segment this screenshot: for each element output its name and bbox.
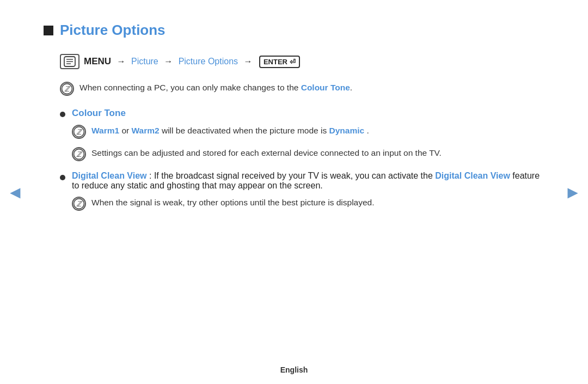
svg-text:ℤ: ℤ xyxy=(64,85,71,93)
note-icon-top: ℤ xyxy=(60,82,74,96)
svg-text:ℤ: ℤ xyxy=(76,200,83,208)
note-icon-settings: ℤ xyxy=(72,147,86,161)
bullet-row-digital-clean: Digital Clean View : If the broadcast si… xyxy=(60,171,544,191)
menu-picture: Picture xyxy=(131,57,158,66)
footer-language: English xyxy=(280,365,308,374)
svg-text:ℤ: ℤ xyxy=(76,128,83,136)
note-icon-warm: ℤ xyxy=(72,125,86,139)
page-title: Picture Options xyxy=(60,22,166,39)
digital-clean-text: Digital Clean View : If the broadcast si… xyxy=(72,171,544,191)
menu-icon xyxy=(60,54,79,69)
warm2-link: Warm2 xyxy=(132,126,160,135)
top-note-text: When connecting a PC, you can only make … xyxy=(79,81,352,94)
note-icon-signal: ℤ xyxy=(72,197,86,211)
bullet-row-colour-tone: Colour Tone xyxy=(60,108,544,119)
sub-note-warm: ℤ Warm1 or Warm2 will be deactivated whe… xyxy=(72,124,544,139)
top-note-row: ℤ When connecting a PC, you can only mak… xyxy=(60,81,544,96)
nav-arrow-right[interactable]: ► xyxy=(564,182,581,202)
nav-arrow-left[interactable]: ◄ xyxy=(7,182,24,202)
warm-text: Warm1 or Warm2 will be deactivated when … xyxy=(91,124,369,137)
sub-note-settings: ℤ Settings can be adjusted and stored fo… xyxy=(72,147,544,161)
digital-clean-inline: Digital Clean View xyxy=(435,171,510,180)
colour-tone-inline-link: Colour Tone xyxy=(301,83,350,92)
footer: English xyxy=(0,365,588,374)
digital-clean-label: Digital Clean View xyxy=(72,171,147,180)
bullet-section-colour-tone: Colour Tone ℤ Warm1 or Warm2 will be dea… xyxy=(60,108,544,161)
sub-notes-digital-clean: ℤ When the signal is weak, try other opt… xyxy=(72,196,544,211)
signal-text: When the signal is weak, try other optio… xyxy=(91,196,375,209)
arrow3: → xyxy=(241,57,255,66)
menu-picture-options: Picture Options xyxy=(179,57,238,66)
settings-text: Settings can be adjusted and stored for … xyxy=(91,147,442,160)
enter-icon: ENTER ⏎ xyxy=(259,56,300,68)
title-row: Picture Options xyxy=(44,22,544,39)
svg-text:ℤ: ℤ xyxy=(76,150,83,159)
dynamic-link: Dynamic xyxy=(329,126,365,135)
warm1-link: Warm1 xyxy=(91,126,119,135)
bullet-section-digital-clean: Digital Clean View : If the broadcast si… xyxy=(60,171,544,211)
bullet-dot-2 xyxy=(60,175,65,180)
title-square-icon xyxy=(44,26,53,35)
sub-notes-colour-tone: ℤ Warm1 or Warm2 will be deactivated whe… xyxy=(72,124,544,161)
bullet-dot-1 xyxy=(60,112,65,117)
colour-tone-label: Colour Tone xyxy=(72,108,126,119)
page-container: Picture Options MENU → Picture → Picture… xyxy=(0,0,588,242)
arrow2: → xyxy=(162,57,175,66)
menu-label: MENU xyxy=(84,56,111,67)
menu-path-row: MENU → Picture → Picture Options → ENTER… xyxy=(60,54,544,69)
arrow1: → xyxy=(114,57,128,66)
sub-note-signal: ℤ When the signal is weak, try other opt… xyxy=(72,196,544,211)
